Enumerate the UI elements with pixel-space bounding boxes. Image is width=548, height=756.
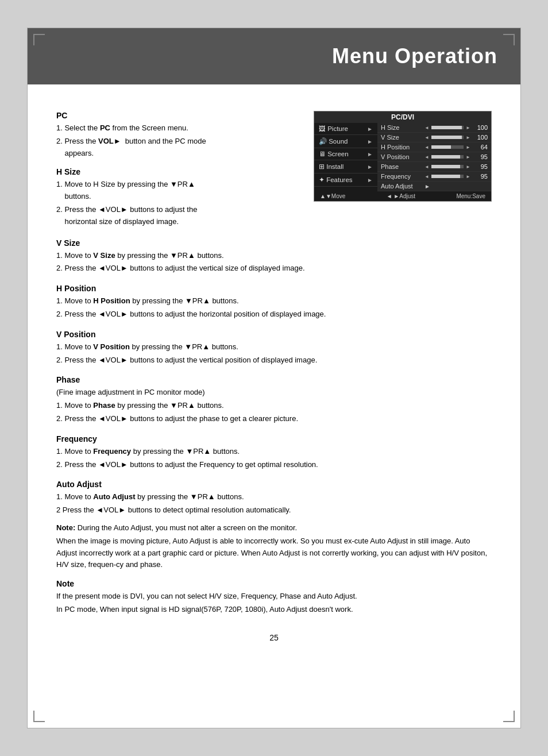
section-note-title: Note	[56, 579, 492, 588]
hsize-fill	[431, 126, 462, 129]
install-arrow: ►	[367, 164, 373, 170]
phase-fill	[431, 165, 461, 168]
frequency-p1: 1. Move to Frequency by pressing the ▼PR…	[56, 446, 492, 458]
phase-label: Phase	[381, 163, 422, 170]
freq-value: 95	[473, 173, 488, 180]
menu-left-features: ✦ Features ►	[314, 173, 377, 187]
features-icon: ✦ Features	[319, 176, 353, 184]
note-para2: When the image is moving picture, Auto A…	[56, 535, 492, 571]
hpos-left-arrow: ◄	[424, 145, 429, 150]
hposition-p1: 1. Move to H Position by pressing the ▼P…	[56, 295, 492, 307]
menu-right-vposition: V Position ◄ ► 95	[377, 152, 491, 162]
page-number: 25	[56, 633, 492, 642]
vsize-p2: 2. Press the ◄VOL► buttons to adjust the…	[56, 263, 492, 275]
picture-arrow: ►	[367, 126, 373, 132]
sound-arrow: ►	[367, 138, 373, 145]
autoadjust-p2: 2 Press the ◄VOL► buttons to detect opti…	[56, 504, 492, 516]
corner-br	[503, 711, 515, 722]
features-arrow: ►	[367, 177, 373, 183]
hpos-fill	[431, 145, 451, 149]
menu-right-phase: Phase ◄ ► 95	[377, 162, 491, 172]
hpos-right-arrow: ►	[466, 145, 470, 150]
phase-slider	[431, 165, 464, 168]
hposition-label: H Position	[381, 144, 422, 151]
section-vsize-title: V Size	[56, 238, 492, 248]
menu-screenshot-title: PC/DVI	[314, 111, 491, 123]
vpos-right-arrow: ►	[466, 155, 470, 160]
menu-adjust: ◄ ►Adjust	[387, 193, 415, 199]
vsize-fill	[431, 136, 462, 139]
corner-tl	[33, 34, 45, 45]
hsize-p2: 2. Press the ◄VOL► buttons to adjust the…	[56, 204, 302, 228]
frequency-p2: 2. Press the ◄VOL► buttons to adjust the…	[56, 459, 492, 471]
pc-p2: 2. Press the VOL► button and the PC mode…	[56, 136, 302, 160]
phase-p2: 2. Press the ◄VOL► buttons to adjust the…	[56, 413, 492, 425]
corner-tr	[503, 34, 515, 45]
menu-right-vsize: V Size ◄ ► 100	[377, 133, 491, 142]
frequency-label: Frequency	[381, 173, 422, 180]
section-hposition-title: H Position	[56, 284, 492, 293]
freq-fill	[431, 175, 461, 178]
menu-right-hposition: H Position ◄ ► 64	[377, 142, 491, 152]
sound-icon: 🔊 Sound	[319, 137, 348, 145]
menu-move: ▲▼Move	[320, 193, 345, 199]
hsize-left-arrow: ◄	[424, 125, 429, 130]
section-hsize-title: H Size	[56, 167, 302, 176]
content: PC 1. Select the PC from the Screen menu…	[28, 84, 520, 671]
vpos-value: 95	[473, 153, 488, 160]
menu-right-autoadjust: Auto Adjust ►	[377, 182, 491, 191]
page: Menu Operation PC 1. Select the PC from …	[27, 28, 521, 728]
picture-icon: 🖼 Picture	[319, 125, 348, 132]
install-icon: ⊞ Install	[319, 163, 344, 171]
phase-left-arrow: ◄	[424, 164, 429, 169]
note2-p2: In PC mode, When input signal is HD sign…	[56, 604, 492, 616]
pc-p1: 1. Select the PC from the Screen menu.	[56, 122, 302, 134]
vposition-p2: 2. Press the ◄VOL► buttons to adjust the…	[56, 354, 492, 367]
hpos-slider	[431, 145, 464, 149]
page-title: Menu Operation	[28, 44, 497, 68]
vsize-label: V Size	[381, 134, 422, 141]
screen-arrow: ►	[367, 151, 373, 157]
vpos-slider	[431, 155, 464, 159]
menu-right-hsize: H Size ◄ ► 100	[377, 123, 491, 133]
section-phase-title: Phase	[56, 375, 492, 384]
section-autoadjust-title: Auto Adjust	[56, 480, 492, 489]
section-frequency-title: Frequency	[56, 434, 492, 443]
text-col: PC 1. Select the PC from the Screen menu…	[56, 111, 302, 229]
hsize-p1: 1. Move to H Size by pressing the ▼PR▲ b…	[56, 179, 302, 203]
section-pc-title: PC	[56, 111, 302, 120]
vpos-fill	[431, 155, 461, 159]
hposition-p2: 2. Press the ◄VOL► buttons to adjust the…	[56, 308, 492, 321]
phase-value: 95	[473, 163, 488, 170]
menu-screenshot: PC/DVI 🖼 Picture ► 🔊 Sound ► 🖥 Screen	[314, 111, 492, 202]
section-vposition-title: V Position	[56, 330, 492, 339]
menu-left-screen: 🖥 Screen ►	[314, 148, 377, 160]
phase-p1: 1. Move to Phase by pressing the ▼PR▲ bu…	[56, 400, 492, 412]
menu-right-frequency: Frequency ◄ ► 95	[377, 172, 491, 182]
vpos-left-arrow: ◄	[424, 155, 429, 160]
autoadjust-p1: 1. Move to Auto Adjust by pressing the ▼…	[56, 491, 492, 503]
vsize-right-arrow: ►	[466, 135, 470, 140]
hsize-value: 100	[473, 124, 488, 131]
note2-p1: If the present mode is DVI, you can not …	[56, 591, 492, 603]
menu-right: H Size ◄ ► 100 V Size ◄	[377, 123, 491, 191]
vsize-slider	[431, 136, 464, 139]
note-para1: Note: During the Auto Adjust, you must n…	[56, 522, 492, 534]
menu-save: Menu:Save	[456, 193, 485, 199]
phase-note: (Fine image adjustment in PC monitor mod…	[56, 387, 492, 399]
hsize-slider	[431, 126, 464, 129]
phase-right-arrow: ►	[466, 164, 470, 169]
header-bar: Menu Operation	[28, 28, 520, 84]
vposition-label: V Position	[381, 153, 422, 160]
hsize-right-arrow: ►	[466, 125, 470, 130]
hsize-label: H Size	[381, 124, 422, 131]
menu-left-install: ⊞ Install ►	[314, 160, 377, 173]
screen-icon: 🖥 Screen	[319, 151, 349, 157]
autoadjust-label: Auto Adjust	[381, 183, 422, 190]
menu-bottom: ▲▼Move ◄ ►Adjust Menu:Save	[314, 191, 491, 201]
vsize-p1: 1. Move to V Size by pressing the ▼PR▲ b…	[56, 250, 492, 262]
corner-bl	[33, 711, 45, 722]
menu-left: 🖼 Picture ► 🔊 Sound ► 🖥 Screen ► ⊞	[314, 123, 377, 191]
menu-left-sound: 🔊 Sound ►	[314, 135, 377, 148]
menu-body: 🖼 Picture ► 🔊 Sound ► 🖥 Screen ► ⊞	[314, 123, 491, 191]
